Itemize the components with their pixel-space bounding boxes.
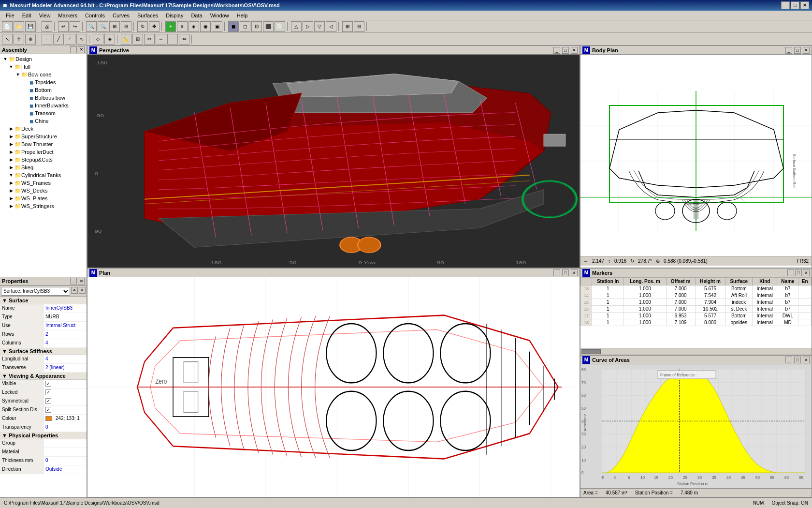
extend-button[interactable]: ↔ bbox=[156, 34, 166, 45]
maximize-button[interactable]: □ bbox=[791, 1, 799, 9]
tree-item-innerbulwarks[interactable]: ◼ InnerBulwarks bbox=[1, 102, 86, 109]
expand-skeg[interactable]: ▶ bbox=[8, 164, 14, 171]
expand-bottom[interactable] bbox=[21, 87, 28, 93]
expand-design[interactable]: ▼ bbox=[2, 56, 9, 62]
section-appearance[interactable]: ▼ Viewing & Appearance bbox=[0, 373, 87, 380]
locked-checkbox[interactable]: ✓ bbox=[45, 389, 51, 395]
colour-swatch[interactable] bbox=[45, 416, 52, 421]
display-mode3-button[interactable]: ⊡ bbox=[251, 21, 262, 32]
menu-markers[interactable]: Markers bbox=[54, 11, 81, 20]
perspective-maximize[interactable]: □ bbox=[562, 47, 569, 54]
edit-cp-button[interactable]: ◇ bbox=[93, 34, 103, 45]
tool-a[interactable]: △ bbox=[291, 21, 302, 32]
draw-point-button[interactable]: · bbox=[42, 34, 52, 45]
table-row[interactable]: 13 1 1.000 7.000 5.675 Bottom Internal b… bbox=[581, 285, 812, 292]
expand-ws-decks[interactable]: ▶ bbox=[8, 187, 14, 194]
mirror-button[interactable]: ⇔ bbox=[179, 34, 189, 45]
coa-close[interactable]: ✕ bbox=[803, 357, 810, 363]
surface-selector[interactable]: Surface: InnerCylSB3 bbox=[1, 287, 70, 296]
trim-button[interactable]: ✂ bbox=[144, 34, 155, 45]
menu-controls[interactable]: Controls bbox=[81, 11, 109, 20]
expand-transom[interactable] bbox=[21, 110, 28, 117]
expand-inner[interactable] bbox=[21, 102, 28, 109]
tree-item-ws-stringers[interactable]: ▶ 📁 WS_Stringers bbox=[1, 202, 86, 210]
redo-button[interactable]: ↪ bbox=[70, 21, 80, 32]
prop-trans-value[interactable]: 2 (linear) bbox=[44, 364, 87, 372]
coa-minimize[interactable]: _ bbox=[785, 357, 792, 363]
expand-ws-stringers[interactable]: ▶ bbox=[8, 203, 14, 209]
prop-use-value[interactable]: Internal Struct bbox=[44, 322, 87, 330]
tree-item-stepup-cuts[interactable]: ▶ 📁 Stepup&Cuts bbox=[1, 156, 86, 164]
frame-tool1[interactable]: ⊞ bbox=[342, 21, 353, 32]
tree-item-transom[interactable]: ◼ Transom bbox=[1, 109, 86, 117]
menu-window[interactable]: Window bbox=[206, 11, 233, 20]
new-button[interactable]: 📄 bbox=[2, 21, 13, 32]
expand-bow-cone[interactable]: ▼ bbox=[14, 71, 21, 78]
menu-data[interactable]: Data bbox=[187, 11, 206, 20]
tree-item-deck[interactable]: ▶ 📁 Deck bbox=[1, 125, 86, 133]
surface-prop-button[interactable]: ≡ bbox=[177, 21, 188, 32]
expand-ws-frames[interactable]: ▶ bbox=[8, 179, 14, 186]
expand-stepup[interactable]: ▶ bbox=[8, 156, 14, 163]
expand-bow-thruster[interactable]: ▶ bbox=[8, 141, 14, 148]
prop-split-value[interactable]: ✓ bbox=[44, 406, 87, 414]
tree-item-propeller-duct[interactable]: ▶ 📁 PropellerDuct bbox=[1, 148, 86, 156]
display-mode1-button[interactable]: ◼ bbox=[228, 21, 239, 32]
prop-rows-value[interactable]: 2 bbox=[44, 330, 87, 339]
expand-chine[interactable] bbox=[21, 118, 28, 124]
prop-thickness-value[interactable]: 0 bbox=[44, 457, 87, 465]
open-button[interactable]: 📁 bbox=[14, 21, 24, 32]
bp-close[interactable]: ✕ bbox=[803, 47, 810, 54]
select-button[interactable]: ↖ bbox=[2, 34, 13, 45]
prop-long-value[interactable]: 4 bbox=[44, 355, 87, 363]
tree-item-hull[interactable]: ▼ 📁 Hull bbox=[1, 63, 86, 71]
sym-checkbox[interactable]: ✓ bbox=[45, 398, 51, 404]
fillet-button[interactable]: ⌒ bbox=[167, 34, 178, 45]
draw-line-button[interactable]: ╱ bbox=[53, 34, 64, 45]
tree-item-ws-frames[interactable]: ▶ 📁 WS_Frames bbox=[1, 179, 86, 187]
markers-scrollbar[interactable] bbox=[580, 348, 812, 355]
section-physical[interactable]: ▼ Physical Properties bbox=[0, 432, 87, 439]
sort-alpha-btn[interactable]: A bbox=[71, 287, 78, 294]
scrollbar-thumb[interactable] bbox=[581, 349, 601, 354]
tool-d[interactable]: ◁ bbox=[326, 21, 336, 32]
plan-canvas[interactable]: Zero bbox=[87, 277, 580, 497]
expand-hull[interactable]: ▼ bbox=[8, 63, 14, 70]
pan-button[interactable]: ✥ bbox=[149, 21, 160, 32]
draw-arc-button[interactable]: ◜ bbox=[65, 34, 75, 45]
assembly-collapse-btn[interactable]: _ bbox=[70, 46, 77, 53]
offset-button[interactable]: ⊞ bbox=[132, 34, 143, 45]
tree-item-bottom[interactable]: ◼ Bottom bbox=[1, 86, 86, 94]
perspective-canvas[interactable]: -180 -90 0 90 -180 -90 0 90 -180 -90 0 Y… bbox=[87, 55, 580, 268]
menu-curves[interactable]: Curves bbox=[109, 11, 133, 20]
props-collapse-btn[interactable]: _ bbox=[70, 278, 77, 284]
tree-item-bulbous-bow[interactable]: ◼ Bulbous bow bbox=[1, 94, 86, 102]
prop-trans2-value[interactable]: 0 bbox=[44, 423, 87, 432]
body-plan-canvas[interactable]: Surface Bottom Roll Zero pt ↔ 2.147 ↕ 0.… bbox=[580, 55, 812, 268]
zoom-in-button[interactable]: 🔍 bbox=[86, 21, 97, 32]
tree-item-cylindrical-tanks[interactable]: ▼ 📁 Cylindrical Tanks bbox=[1, 171, 86, 179]
tool-b[interactable]: ▷ bbox=[303, 21, 313, 32]
perspective-close[interactable]: ✕ bbox=[571, 47, 578, 54]
expand-deck[interactable]: ▶ bbox=[8, 125, 14, 132]
prop-vis-value[interactable]: ✓ bbox=[44, 380, 87, 388]
tool-c[interactable]: ▽ bbox=[314, 21, 325, 32]
expand-bulbous[interactable] bbox=[21, 94, 28, 101]
perspective-minimize[interactable]: _ bbox=[553, 47, 560, 54]
prop-group-value[interactable] bbox=[44, 439, 87, 448]
tree-item-superstructure[interactable]: ▶ 📁 SuperStructure bbox=[1, 133, 86, 140]
table-row[interactable]: 16 1 1.000 7.000 10.502 st Deck Internal… bbox=[581, 306, 812, 313]
plan-close[interactable]: ✕ bbox=[571, 269, 578, 276]
zoom-out-button[interactable]: 🔍 bbox=[98, 21, 108, 32]
tree-item-bow-cone[interactable]: ▼ 📁 Bow cone bbox=[1, 71, 86, 78]
zoom-fit-button[interactable]: ⊞ bbox=[109, 21, 120, 32]
table-row[interactable]: 18 1 1.000 7.109 8.000 opsides Internal … bbox=[581, 319, 812, 326]
plan-minimize[interactable]: _ bbox=[553, 269, 560, 276]
assembly-close-btn[interactable]: ✕ bbox=[78, 46, 85, 53]
menu-file[interactable]: File bbox=[2, 11, 18, 20]
expand-cyl[interactable]: ▼ bbox=[8, 172, 14, 179]
tree-item-chine[interactable]: ◼ Chine bbox=[1, 117, 86, 125]
save-button[interactable]: 💾 bbox=[25, 21, 36, 32]
add-surface-button[interactable]: + bbox=[165, 21, 176, 32]
curve-canvas[interactable]: Frame of Reference : 0 10 20 30 40 50 60… bbox=[580, 364, 812, 488]
